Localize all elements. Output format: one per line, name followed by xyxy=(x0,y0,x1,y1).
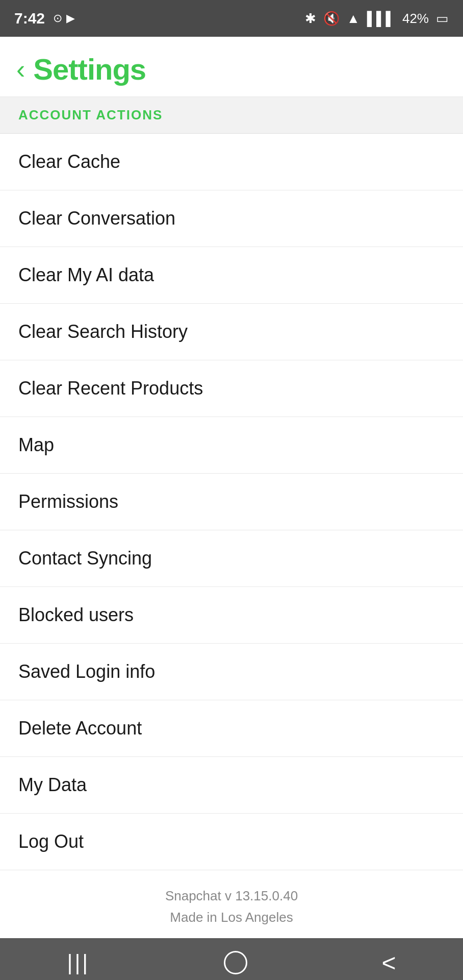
menu-item-delete-account[interactable]: Delete Account xyxy=(0,700,463,757)
status-bar-right: ✱ 🔇 ▲ ▌▌▌ 42% ▭ xyxy=(305,11,449,27)
nav-home-button[interactable] xyxy=(203,943,268,980)
menu-item-clear-ai-data[interactable]: Clear My AI data xyxy=(0,247,463,304)
menu-list: Clear Cache Clear Conversation Clear My … xyxy=(0,134,463,870)
nav-back-icon: < xyxy=(381,949,396,977)
menu-item-saved-login-info[interactable]: Saved Login info xyxy=(0,644,463,700)
bluetooth-icon: ✱ xyxy=(305,11,316,27)
nav-home-icon xyxy=(224,951,247,974)
menu-item-permissions[interactable]: Permissions xyxy=(0,474,463,530)
status-bar: 7:42 ⊙ ▶ ✱ 🔇 ▲ ▌▌▌ 42% ▭ xyxy=(0,0,463,37)
status-time: 7:42 xyxy=(14,10,45,27)
mute-icon: 🔇 xyxy=(323,11,340,27)
wifi-icon: ▲ xyxy=(347,11,360,27)
signal-icon: ▌▌▌ xyxy=(367,11,395,27)
menu-item-contact-syncing[interactable]: Contact Syncing xyxy=(0,530,463,587)
back-button[interactable]: ‹ xyxy=(16,56,25,83)
status-icons: ⊙ ▶ xyxy=(53,12,75,25)
header: ‹ Settings xyxy=(0,37,463,97)
menu-item-log-out[interactable]: Log Out xyxy=(0,814,463,870)
menu-item-clear-cache[interactable]: Clear Cache xyxy=(0,134,463,190)
nav-menu-icon: ||| xyxy=(67,950,90,975)
menu-item-clear-search-history[interactable]: Clear Search History xyxy=(0,304,463,360)
status-bar-left: 7:42 ⊙ ▶ xyxy=(14,10,75,27)
nav-bar: ||| < xyxy=(0,938,463,980)
nav-menu-button[interactable]: ||| xyxy=(47,942,111,980)
footer-info: Snapchat v 13.15.0.40 Made in Los Angele… xyxy=(0,870,463,938)
footer-location: Made in Los Angeles xyxy=(0,907,463,928)
menu-item-my-data[interactable]: My Data xyxy=(0,757,463,814)
menu-item-map[interactable]: Map xyxy=(0,417,463,474)
camera-icon: ⊙ xyxy=(53,12,62,25)
nav-back-button[interactable]: < xyxy=(361,941,416,980)
page-title: Settings xyxy=(33,52,146,86)
section-header-label: ACCOUNT ACTIONS xyxy=(18,107,163,122)
battery-level: 42% xyxy=(402,11,429,27)
video-icon: ▶ xyxy=(66,12,75,25)
battery-icon: ▭ xyxy=(436,11,449,27)
menu-item-blocked-users[interactable]: Blocked users xyxy=(0,587,463,644)
menu-item-clear-recent-products[interactable]: Clear Recent Products xyxy=(0,360,463,417)
menu-item-clear-conversation[interactable]: Clear Conversation xyxy=(0,190,463,247)
section-header-account-actions: ACCOUNT ACTIONS xyxy=(0,97,463,134)
footer-version: Snapchat v 13.15.0.40 xyxy=(0,886,463,907)
